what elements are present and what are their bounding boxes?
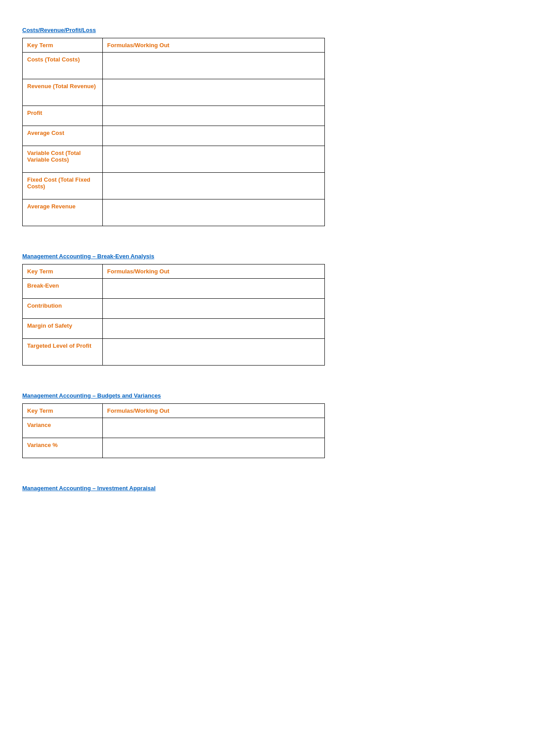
key-term-cell: Average Revenue <box>23 199 103 226</box>
table-row: Profit <box>23 106 325 126</box>
table-row: Revenue (Total Revenue) <box>23 79 325 106</box>
table-row: Margin of Safety <box>23 319 325 339</box>
key-term-cell: Variance <box>23 418 103 438</box>
formula-cell <box>102 279 324 299</box>
table-row: Costs (Total Costs) <box>23 53 325 79</box>
table-row: Contribution <box>23 299 325 319</box>
section-budgets-variances: Management Accounting – Budgets and Vari… <box>22 392 512 458</box>
table-row: Variable Cost (Total Variable Costs) <box>23 146 325 173</box>
col-header: Formulas/Working Out <box>102 38 324 53</box>
table-break-even: Key TermFormulas/Working OutBreak-EvenCo… <box>22 264 325 366</box>
key-term-cell: Targeted Level of Profit <box>23 339 103 366</box>
table-row: Break-Even <box>23 279 325 299</box>
section-investment-appraisal: Management Accounting – Investment Appra… <box>22 485 512 492</box>
key-term-cell: Break-Even <box>23 279 103 299</box>
formula-cell <box>102 146 324 173</box>
section-title-costs-revenue: Costs/Revenue/Profit/Loss <box>22 27 512 33</box>
formula-cell <box>102 79 324 106</box>
col-header: Key Term <box>23 404 103 418</box>
formula-cell <box>102 299 324 319</box>
key-term-cell: Profit <box>23 106 103 126</box>
col-header: Formulas/Working Out <box>102 404 324 418</box>
table-row: Variance <box>23 418 325 438</box>
key-term-cell: Variance % <box>23 438 103 458</box>
formula-cell <box>102 126 324 146</box>
table-row: Variance % <box>23 438 325 458</box>
key-term-cell: Fixed Cost (Total Fixed Costs) <box>23 173 103 199</box>
formula-cell <box>102 438 324 458</box>
formula-cell <box>102 106 324 126</box>
table-row: Average Revenue <box>23 199 325 226</box>
table-row: Fixed Cost (Total Fixed Costs) <box>23 173 325 199</box>
section-title-budgets-variances: Management Accounting – Budgets and Vari… <box>22 392 512 399</box>
section-break-even: Management Accounting – Break-Even Analy… <box>22 253 512 366</box>
section-title-investment-appraisal: Management Accounting – Investment Appra… <box>22 485 512 492</box>
table-row: Average Cost <box>23 126 325 146</box>
formula-cell <box>102 339 324 366</box>
table-budgets-variances: Key TermFormulas/Working OutVarianceVari… <box>22 403 325 458</box>
key-term-cell: Variable Cost (Total Variable Costs) <box>23 146 103 173</box>
table-costs-revenue: Key TermFormulas/Working OutCosts (Total… <box>22 38 325 226</box>
key-term-cell: Average Cost <box>23 126 103 146</box>
key-term-cell: Costs (Total Costs) <box>23 53 103 79</box>
section-title-break-even: Management Accounting – Break-Even Analy… <box>22 253 512 260</box>
col-header: Formulas/Working Out <box>102 264 324 279</box>
section-costs-revenue: Costs/Revenue/Profit/LossKey TermFormula… <box>22 27 512 226</box>
formula-cell <box>102 319 324 339</box>
formula-cell <box>102 173 324 199</box>
table-row: Targeted Level of Profit <box>23 339 325 366</box>
formula-cell <box>102 199 324 226</box>
key-term-cell: Contribution <box>23 299 103 319</box>
col-header: Key Term <box>23 38 103 53</box>
key-term-cell: Revenue (Total Revenue) <box>23 79 103 106</box>
formula-cell <box>102 418 324 438</box>
formula-cell <box>102 53 324 79</box>
col-header: Key Term <box>23 264 103 279</box>
key-term-cell: Margin of Safety <box>23 319 103 339</box>
